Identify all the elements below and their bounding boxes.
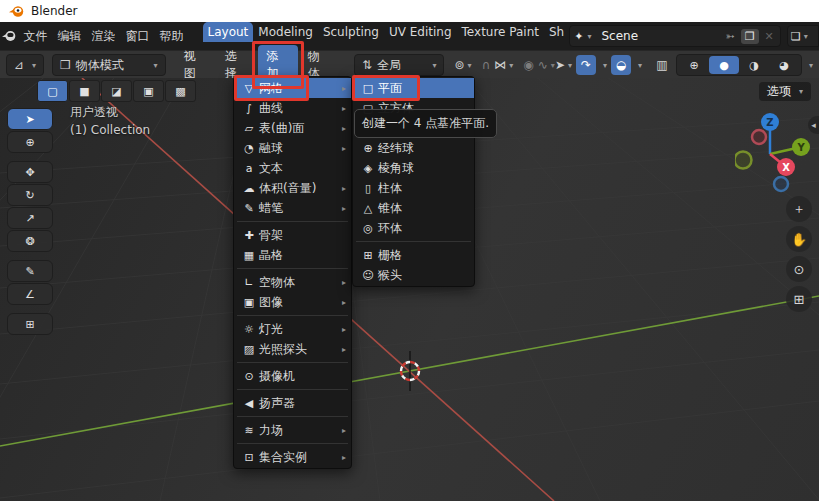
mode-dropdown[interactable]: ❒ 物体模式 ▾	[52, 54, 166, 76]
add-menu-item[interactable]: ▨ 光照探头 ▸	[234, 339, 351, 359]
workspace-tab[interactable]: Sculpting	[318, 22, 384, 42]
mesh-submenu-item[interactable]: △ 锥体	[353, 198, 474, 218]
shading-mode-button[interactable]: ◕	[769, 56, 799, 74]
add-menu-item[interactable]: ▽ 网格 ▸	[234, 78, 351, 98]
menubar-menu[interactable]: 窗口	[121, 26, 155, 46]
menubar-menu[interactable]: 渲染	[87, 26, 121, 46]
menu-item-label: 猴头	[378, 267, 460, 284]
add-menu-item[interactable]: ⊡ 集合实例 ▸	[234, 447, 351, 467]
menu-item-label: 平面	[378, 80, 460, 97]
shading-mode-button[interactable]: ●	[709, 56, 739, 74]
tool-button[interactable]: ✎	[7, 260, 53, 282]
mesh-submenu-item[interactable]: □ 平面	[353, 78, 474, 98]
workspace-tab[interactable]: Sh	[544, 22, 569, 42]
shading-mode-button[interactable]: ◑	[739, 56, 769, 74]
mesh-submenu-item[interactable]: ⊕ 经纬球	[353, 138, 474, 158]
workspace-tab[interactable]: UV Editing	[384, 22, 457, 42]
chevron-left-icon: ◂	[811, 120, 816, 130]
select-mode-button[interactable]: ▢	[37, 80, 68, 102]
menu-item-label: 光照探头	[259, 341, 337, 358]
proportional-falloff-dropdown[interactable]: ∿ ▾	[538, 58, 555, 72]
zoom-icon: ＋	[793, 200, 806, 218]
tool-button[interactable]: ✥	[7, 161, 53, 183]
menu-item-icon: ◈	[358, 162, 378, 175]
tool-button[interactable]: ➤	[7, 108, 53, 130]
add-menu-item[interactable]: ◔ 融球 ▸	[234, 138, 351, 158]
submenu-arrow-icon: ▸	[337, 426, 346, 435]
mesh-submenu-item[interactable]: ▯ 柱体	[353, 178, 474, 198]
add-menu-item[interactable]: ▱ 表(曲)面 ▸	[234, 118, 351, 138]
add-menu-item[interactable]: ≋ 力场 ▸	[234, 420, 351, 440]
workspace-tab[interactable]: Modeling	[253, 22, 318, 42]
workspace-tab[interactable]: Texture Paint	[457, 22, 544, 42]
mesh-submenu-item[interactable]: ◎ 环体	[353, 218, 474, 238]
overlays-toggle[interactable]: ◒	[611, 55, 631, 75]
select-mode-button[interactable]: ▩	[165, 80, 196, 102]
menu-item-label: 摄像机	[259, 368, 337, 385]
shading-mode-button[interactable]: ⊕	[679, 56, 709, 74]
pin-icon[interactable]: ➳	[723, 30, 736, 43]
select-mode-button[interactable]: ▣	[133, 80, 164, 102]
show-object-types-dropdown[interactable]: ➤ ▾	[555, 58, 572, 72]
snap-toggle[interactable]: ∩	[481, 58, 490, 72]
editor-type-button[interactable]: ⊿ ▾	[6, 54, 44, 76]
zoom-button[interactable]: ＋	[786, 196, 812, 222]
proportional-editing-toggle[interactable]: ◉	[523, 58, 533, 72]
pivot-icon: ⊚	[454, 58, 464, 72]
menu-item-icon: ∟	[239, 276, 259, 289]
workspace-tab[interactable]: Layout	[203, 22, 254, 42]
add-menu-item[interactable]: ∫ 曲线 ▸	[234, 98, 351, 118]
scene-selector[interactable]: ✦ ▾ Scene ➳ ❐ ✕	[569, 25, 781, 47]
add-menu-item[interactable]: ☁ 体积(音量) ▸	[234, 178, 351, 198]
tool-button[interactable]: ↗	[7, 207, 53, 229]
submenu-arrow-icon: ▸	[337, 325, 346, 334]
select-mode-button[interactable]: ■	[69, 80, 100, 102]
tool-button[interactable]: ↻	[7, 184, 53, 206]
navigation-gizmo[interactable]: Z Y X	[735, 95, 815, 195]
add-menu-item[interactable]: ✚ 骨架	[234, 225, 351, 245]
menu-item-icon: ✎	[239, 202, 259, 215]
add-menu-item[interactable]: ⊙ 摄像机	[234, 366, 351, 386]
tooltip: 创建一个 4 点基准平面.	[354, 109, 497, 138]
tool-button[interactable]: ❂	[7, 230, 53, 252]
menubar-menu[interactable]: 帮助	[155, 26, 189, 46]
chevron-down-icon: ▾	[809, 61, 813, 70]
pan-button[interactable]: ✋	[786, 226, 812, 252]
menubar-menu[interactable]: 文件	[19, 26, 53, 46]
menu-item-label: 扬声器	[259, 395, 337, 412]
mesh-submenu-item[interactable]: ◈ 棱角球	[353, 158, 474, 178]
select-mode-button[interactable]: ◪	[101, 80, 132, 102]
add-menu: ▽ 网格 ▸ ∫ 曲线 ▸ ▱ 表(曲)面 ▸ ◔ 融球 ▸	[233, 76, 352, 469]
pivot-point-dropdown[interactable]: ⊚ ▾	[454, 58, 471, 72]
view-layer-selector[interactable]: ❏ ▾	[787, 25, 819, 47]
chevron-down-icon: ▾	[432, 61, 436, 70]
submenu-arrow-icon: ▸	[337, 453, 346, 462]
submenu-arrow-icon: ▸	[337, 124, 346, 133]
sidebar-toggle[interactable]: ◂	[808, 116, 819, 134]
add-menu-item[interactable]: ∟ 空物体 ▸	[234, 272, 351, 292]
add-menu-item[interactable]: ▣ 图像 ▸	[234, 292, 351, 312]
gizmos-toggle[interactable]: ↷	[576, 55, 596, 75]
menu-item-icon: □	[358, 82, 378, 95]
add-menu-item[interactable]: ◀ 扬声器	[234, 393, 351, 413]
chevron-down-icon: ▾	[638, 61, 642, 70]
add-menu-item[interactable]: ▦ 晶格	[234, 245, 351, 265]
add-menu-item[interactable]: a 文本	[234, 158, 351, 178]
tool-button[interactable]: ⊕	[7, 131, 53, 153]
snap-settings-dropdown[interactable]: ⋈ ▾	[494, 58, 513, 72]
menubar-menu[interactable]: 编辑	[53, 26, 87, 46]
blender-menu-icon[interactable]	[0, 29, 19, 43]
tool-button[interactable]: ∠	[7, 283, 53, 305]
new-scene-button[interactable]: ❐	[741, 29, 759, 44]
add-menu-item[interactable]: ☼ 灯光 ▸	[234, 319, 351, 339]
tool-button[interactable]: ⊞	[7, 313, 53, 335]
add-menu-item[interactable]: ✎ 蜡笔 ▸	[234, 198, 351, 218]
camera-view-button[interactable]: ⊙	[786, 256, 812, 282]
perspective-toggle-button[interactable]: ⊞	[786, 286, 812, 312]
transform-orientation-dropdown[interactable]: ⇅ 全局 ▾	[354, 54, 444, 76]
xray-toggle[interactable]: ▥	[652, 55, 672, 75]
gizmo-neg-x-handle	[752, 130, 766, 144]
close-icon[interactable]: ✕	[763, 30, 776, 43]
mesh-submenu-item[interactable]: ☺ 猴头	[353, 265, 474, 285]
mesh-submenu-item[interactable]: ⊞ 栅格	[353, 245, 474, 265]
